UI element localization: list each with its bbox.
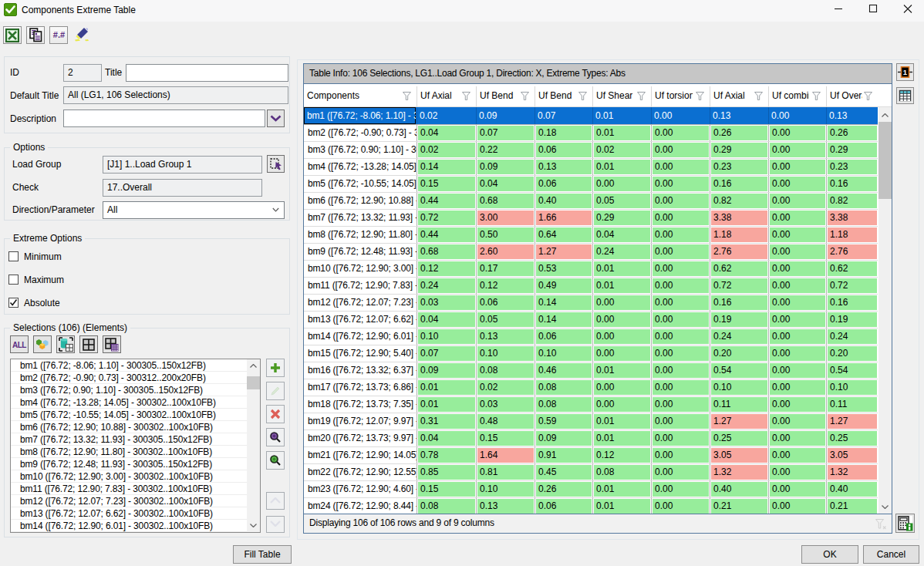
- svg-text:1: 1: [903, 68, 908, 76]
